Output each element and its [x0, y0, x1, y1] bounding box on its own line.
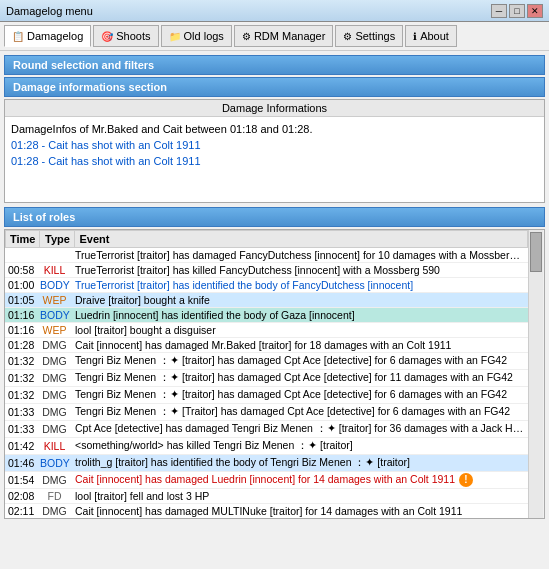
scrollbar[interactable]: [528, 230, 544, 518]
toolbar-damagelog-button[interactable]: 📋 Damagelog: [4, 25, 91, 47]
title-bar: Damagelog menu ─ □ ✕: [0, 0, 549, 22]
cell-event: Cait [innocent] has damaged MULTINuke [t…: [72, 504, 528, 519]
damage-info-content: DamageInfos of Mr.Baked and Cait between…: [5, 117, 544, 202]
table-row[interactable]: 01:05WEPDraive [traitor] bought a knife: [5, 293, 528, 308]
event-table-body: TrueTerrorist [traitor] has damaged Fanc…: [5, 248, 528, 518]
rdm-icon: ⚙: [242, 31, 251, 42]
cell-time: 01:28: [5, 338, 37, 353]
warning-icon: !: [459, 473, 473, 487]
damage-info-header: Damage informations section: [4, 77, 545, 97]
damage-info-box: Damage Informations DamageInfos of Mr.Ba…: [4, 99, 545, 203]
table-row[interactable]: 02:11DMGCait [innocent] has damaged MULT…: [5, 504, 528, 519]
table-row[interactable]: 01:33DMGCpt Ace [detective] has damaged …: [5, 421, 528, 438]
table-row[interactable]: 01:42KILL<something/world> has killed Te…: [5, 438, 528, 455]
cell-event: Cpt Ace [detective] has damaged Tengri B…: [72, 421, 528, 438]
shoots-icon: 🎯: [101, 31, 113, 42]
cell-event: <something/world> has killed Tengri Biz …: [72, 438, 528, 455]
damage-text-line1: DamageInfos of Mr.Baked and Cait between…: [11, 123, 312, 135]
col-time-header: Time: [6, 231, 40, 248]
event-table-container: Time Type Event TrueTerrorist [traitor] …: [4, 229, 545, 519]
cell-time: 01:32: [5, 370, 37, 387]
cell-type: DMG: [37, 504, 72, 519]
event-table-scroll[interactable]: TrueTerrorist [traitor] has damaged Fanc…: [5, 248, 528, 518]
cell-time: 01:32: [5, 353, 37, 370]
scrollbar-thumb[interactable]: [530, 232, 542, 272]
table-wrapper: Time Type Event TrueTerrorist [traitor] …: [5, 230, 528, 518]
cell-time: 01:00: [5, 278, 37, 293]
toolbar-rdm-label: RDM Manager: [254, 30, 326, 42]
cell-time: 01:16: [5, 308, 37, 323]
settings-icon: ⚙: [343, 31, 352, 42]
cell-time: 01:54: [5, 472, 37, 489]
maximize-button[interactable]: □: [509, 4, 525, 18]
round-filter-header: Round selection and filters: [4, 55, 545, 75]
toolbar-oldlogs-button[interactable]: 📁 Old logs: [161, 25, 232, 47]
table-row[interactable]: 01:00BODYTrueTerrorist [traitor] has ide…: [5, 278, 528, 293]
list-of-roles-header: List of roles: [4, 207, 545, 227]
table-row[interactable]: 01:32DMGTengri Biz Menen ：✦ [traitor] ha…: [5, 387, 528, 404]
cell-event: Draive [traitor] bought a knife: [72, 293, 528, 308]
toolbar-shoots-label: Shoots: [116, 30, 150, 42]
col-type-header: Type: [40, 231, 75, 248]
toolbar-settings-button[interactable]: ⚙ Settings: [335, 25, 403, 47]
cell-time: 01:16: [5, 323, 37, 338]
table-row[interactable]: 01:54DMGCait [innocent] has damaged Lued…: [5, 472, 528, 489]
minimize-button[interactable]: ─: [491, 4, 507, 18]
cell-event: Cait [innocent] has damaged Luedrin [inn…: [72, 472, 528, 489]
cell-time: 00:58: [5, 263, 37, 278]
damagelog-icon: 📋: [12, 31, 24, 42]
cell-type: WEP: [37, 293, 72, 308]
cell-time: [5, 248, 37, 263]
oldlogs-icon: 📁: [169, 31, 181, 42]
cell-event: TrueTerrorist [traitor] has killed Fancy…: [72, 263, 528, 278]
cell-type: BODY: [37, 455, 72, 472]
cell-type: DMG: [37, 338, 72, 353]
cell-time: 02:08: [5, 489, 37, 504]
cell-type: DMG: [37, 353, 72, 370]
cell-event: Tengri Biz Menen ：✦ [traitor] has damage…: [72, 353, 528, 370]
toolbar-about-label: About: [420, 30, 449, 42]
cell-event: Tengri Biz Menen ：✦ [Traitor] has damage…: [72, 404, 528, 421]
damage-text-line3: 01:28 - Cait has shot with an Colt 1911: [11, 155, 201, 167]
cell-type: KILL: [37, 263, 72, 278]
table-row[interactable]: 01:28DMGCait [innocent] has damaged Mr.B…: [5, 338, 528, 353]
close-button[interactable]: ✕: [527, 4, 543, 18]
cell-time: 02:11: [5, 504, 37, 519]
cell-type: KILL: [37, 438, 72, 455]
damage-info-box-label: Damage Informations: [5, 100, 544, 117]
main-content: Round selection and filters Damage infor…: [0, 51, 549, 523]
window-title: Damagelog menu: [6, 5, 93, 17]
table-row[interactable]: 02:08FDlool [traitor] fell and lost 3 HP: [5, 489, 528, 504]
table-row[interactable]: 01:16WEPlool [traitor] bought a disguise…: [5, 323, 528, 338]
toolbar-oldlogs-label: Old logs: [184, 30, 224, 42]
table-row[interactable]: TrueTerrorist [traitor] has damaged Fanc…: [5, 248, 528, 263]
col-event-header: Event: [75, 231, 528, 248]
table-header: Time Type Event: [6, 231, 528, 248]
cell-time: 01:33: [5, 421, 37, 438]
cell-time: 01:42: [5, 438, 37, 455]
table-row[interactable]: 01:32DMGTengri Biz Menen ：✦ [traitor] ha…: [5, 353, 528, 370]
table-row[interactable]: 00:58KILLTrueTerrorist [traitor] has kil…: [5, 263, 528, 278]
table-row[interactable]: 01:33DMGTengri Biz Menen ：✦ [Traitor] ha…: [5, 404, 528, 421]
cell-time: 01:46: [5, 455, 37, 472]
cell-type: BODY: [37, 278, 72, 293]
toolbar-shoots-button[interactable]: 🎯 Shoots: [93, 25, 158, 47]
table-row[interactable]: 01:46BODYtrolith_g [traitor] has identif…: [5, 455, 528, 472]
cell-type: WEP: [37, 323, 72, 338]
cell-type: [37, 248, 72, 263]
cell-time: 01:32: [5, 387, 37, 404]
table-row[interactable]: 01:16BODYLuedrin [innocent] has identifi…: [5, 308, 528, 323]
table-row[interactable]: 01:32DMGTengri Biz Menen ：✦ [traitor] ha…: [5, 370, 528, 387]
scrollbar-track: [529, 230, 543, 518]
toolbar-about-button[interactable]: ℹ About: [405, 25, 457, 47]
cell-time: 01:33: [5, 404, 37, 421]
cell-type: BODY: [37, 308, 72, 323]
event-table-rows: TrueTerrorist [traitor] has damaged Fanc…: [5, 248, 528, 518]
cell-time: 01:05: [5, 293, 37, 308]
cell-type: DMG: [37, 472, 72, 489]
toolbar: 📋 Damagelog 🎯 Shoots 📁 Old logs ⚙ RDM Ma…: [0, 22, 549, 51]
cell-type: FD: [37, 489, 72, 504]
cell-event: TrueTerrorist [traitor] has identified t…: [72, 278, 528, 293]
cell-event: TrueTerrorist [traitor] has damaged Fanc…: [72, 248, 528, 263]
toolbar-rdm-button[interactable]: ⚙ RDM Manager: [234, 25, 334, 47]
